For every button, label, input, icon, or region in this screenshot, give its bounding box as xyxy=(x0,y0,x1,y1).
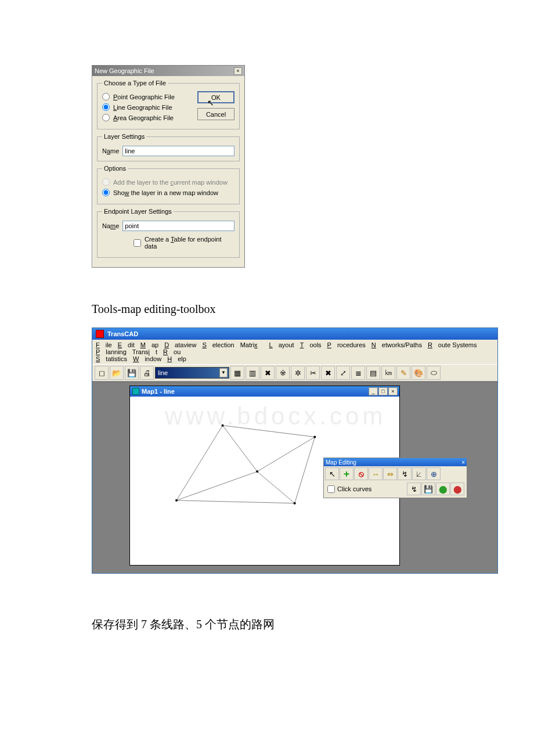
menu-procedures[interactable]: Procedures xyxy=(327,341,366,348)
delete-tool[interactable]: ⦸ xyxy=(354,467,368,480)
menu-planning[interactable]: Planning xyxy=(96,348,127,355)
menu-help[interactable]: Help xyxy=(167,355,186,362)
scale-button[interactable]: ㎞ xyxy=(381,366,395,380)
maximize-button[interactable]: □ xyxy=(378,387,388,395)
radio-line-label: Line Geographic File xyxy=(113,104,172,111)
editing-close-icon[interactable]: × xyxy=(461,459,465,466)
red-light-button[interactable]: ⬤ xyxy=(450,483,464,495)
radio-add-current-label: Add the layer to the current map window xyxy=(113,179,228,186)
undo-button[interactable]: ↯ xyxy=(407,483,421,495)
radio-line[interactable] xyxy=(102,103,110,111)
menu-routesystems[interactable]: Route Systems xyxy=(428,341,477,348)
toolbar: ◻📂💾🖨line▼▦▥✖※✲✂✖⤢≣▤㎞✎🎨⬭ xyxy=(92,364,497,381)
menu-map[interactable]: Map xyxy=(140,341,158,348)
menu-file[interactable]: File xyxy=(96,341,112,348)
ellipse-button[interactable]: ⬭ xyxy=(427,366,441,380)
pencil-button[interactable]: ✎ xyxy=(396,366,410,380)
app-title: TransCAD xyxy=(107,330,138,337)
label-button[interactable]: ≣ xyxy=(351,366,365,380)
menu-networkspaths[interactable]: Networks/Paths xyxy=(371,341,422,348)
table-button[interactable]: ▤ xyxy=(366,366,380,380)
pan-button[interactable]: ✖ xyxy=(261,366,275,380)
menu-window[interactable]: Window xyxy=(133,355,161,362)
menu-tools[interactable]: Tools xyxy=(300,341,322,348)
join-tool[interactable]: ↔ xyxy=(369,467,383,480)
attributes-tool[interactable]: ⊕ xyxy=(427,467,441,480)
split-tool[interactable]: ⇔ xyxy=(383,467,397,480)
pointer-tool[interactable]: ↖ xyxy=(325,467,339,480)
radio-point[interactable] xyxy=(102,93,110,100)
color-button[interactable]: 🎨 xyxy=(412,366,425,380)
click-curves-label: Click curves xyxy=(337,485,371,492)
workspace: Map1 - line _ □ × www.bdocx.com xyxy=(92,381,497,573)
legend-button[interactable]: ▥ xyxy=(246,366,259,380)
body-text-tools: Tools-map editing-toolbox xyxy=(92,303,534,316)
new-file-button[interactable]: ◻ xyxy=(95,366,109,380)
menu-transit[interactable]: Transit xyxy=(132,348,157,355)
editing-title: Map Editing xyxy=(326,459,356,466)
ok-button[interactable]: OK xyxy=(197,91,234,103)
menu-matrix[interactable]: Matrix xyxy=(240,341,264,348)
map-icon xyxy=(132,388,139,395)
info-button[interactable]: ✖ xyxy=(321,366,335,380)
close-button[interactable]: × xyxy=(388,387,398,395)
new-geo-file-dialog: New Geographic File × Choose a Type of F… xyxy=(92,65,245,268)
body-text-cn: 保存得到 7 条线路、5 个节点的路网 xyxy=(92,617,534,632)
layer-settings-legend: Layer Settings xyxy=(102,133,146,140)
select-button[interactable]: ⤢ xyxy=(336,366,350,380)
group-layer-settings: Layer Settings Name xyxy=(97,133,240,161)
menu-edit[interactable]: Edit xyxy=(118,341,135,348)
radio-point-label: Point Geographic File xyxy=(113,93,175,100)
zoom-box-button[interactable]: ※ xyxy=(276,366,290,380)
layers-button[interactable]: ▦ xyxy=(230,366,244,380)
close-icon[interactable]: × xyxy=(234,67,242,75)
minimize-button[interactable]: _ xyxy=(369,387,378,395)
group-type-of-file: Choose a Type of File Point Geographic F… xyxy=(97,80,240,129)
group-options: Options Add the layer to the current map… xyxy=(97,165,240,204)
radio-new-window[interactable] xyxy=(102,189,110,196)
zoom-full-button[interactable]: ✲ xyxy=(291,366,305,380)
create-table-label: Create a Table for endpoint data xyxy=(145,236,234,250)
radio-area[interactable] xyxy=(102,114,110,121)
menu-dataview[interactable]: Dataview xyxy=(164,341,196,348)
layer-combo[interactable]: line▼ xyxy=(155,367,229,379)
endpoint-legend: Endpoint Layer Settings xyxy=(102,208,174,215)
group-type-legend: Choose a Type of File xyxy=(102,80,168,87)
save-edits-button[interactable]: 💾 xyxy=(421,483,435,495)
menu-selection[interactable]: Selection xyxy=(202,341,234,348)
create-table-checkbox[interactable] xyxy=(134,239,141,247)
open-file-button[interactable]: 📂 xyxy=(110,366,124,380)
options-legend: Options xyxy=(102,165,128,172)
layer-name-input[interactable] xyxy=(122,146,234,156)
menu-rou[interactable]: Rou xyxy=(163,348,181,355)
radio-area-label: Area Geographic File xyxy=(113,114,174,121)
reshape-tool[interactable]: ⟀ xyxy=(412,467,426,480)
click-curves-checkbox[interactable] xyxy=(327,485,335,493)
add-tool[interactable]: ＋ xyxy=(340,467,353,480)
chevron-down-icon[interactable]: ▼ xyxy=(219,368,228,377)
menu-statistics[interactable]: Statistics xyxy=(96,355,127,362)
endpoint-name-input[interactable] xyxy=(122,221,234,231)
cancel-button[interactable]: Cancel xyxy=(197,108,234,120)
move-node-tool[interactable]: ↯ xyxy=(398,467,412,480)
zoom-prev-button[interactable]: ✂ xyxy=(306,366,320,380)
radio-new-window-label: Show the layer in a new map window xyxy=(113,189,218,196)
app-titlebar: TransCAD xyxy=(92,328,497,340)
endpoint-name-label: Name xyxy=(102,222,119,229)
menubar: FileEditMapDataviewSelectionMatrixLayout… xyxy=(92,340,497,364)
dialog-title: New Geographic File xyxy=(95,67,154,74)
app-icon xyxy=(96,330,104,338)
radio-add-current xyxy=(102,178,110,186)
dialog-titlebar: New Geographic File × xyxy=(92,66,244,76)
menu-layout[interactable]: Layout xyxy=(269,341,294,348)
save-button[interactable]: 💾 xyxy=(125,366,139,380)
svg-point-8 xyxy=(256,470,258,473)
green-light-button[interactable]: ⬤ xyxy=(436,483,450,495)
svg-point-5 xyxy=(222,424,224,427)
svg-point-7 xyxy=(294,502,296,505)
map-window-title: Map1 - line xyxy=(142,388,175,395)
svg-line-2 xyxy=(176,471,257,501)
svg-line-0 xyxy=(223,426,258,471)
svg-point-6 xyxy=(313,436,316,438)
print-button[interactable]: 🖨 xyxy=(140,366,154,380)
